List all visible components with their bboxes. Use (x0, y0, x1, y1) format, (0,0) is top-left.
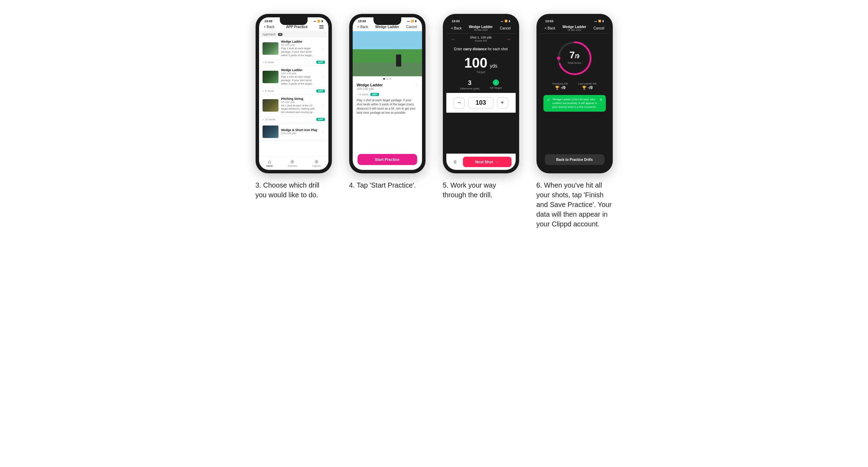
phone6-nav-subtitle: 06 Mar 2023 (562, 29, 586, 31)
phone3-back-button[interactable]: < Back (264, 25, 275, 29)
section-header-label: Approach (263, 33, 276, 36)
phone5-time: 13:03 (452, 19, 460, 23)
drill-star-2[interactable]: ☆ (322, 75, 325, 79)
previous-pb: Previous PB 🏆 -/9 (552, 82, 568, 90)
phone4-cancel-button[interactable]: Cancel (406, 25, 417, 29)
drill-badge-1: APP (316, 61, 325, 64)
hit-target-circle: ✓ (493, 79, 499, 86)
previous-pb-value: 🏆 -/9 (552, 85, 568, 90)
hamburger-icon[interactable] (319, 25, 324, 28)
increment-button[interactable]: + (497, 97, 508, 109)
drill-thumb-3 (263, 99, 278, 112)
phone5-back-button[interactable]: < Back (451, 26, 462, 30)
phone6-status-icons: ▪▪▪ 🛜 ▮ (594, 20, 603, 23)
trophy-icon-2: 🏆 (582, 86, 587, 90)
drill-info-2: Wedge Ladder 100-140 yds Play 1 shot at … (281, 68, 319, 85)
phone4-frame: 13:02 ▪▪▪ 🛜 ▮ < Back Wedge Ladder Cancel (349, 14, 426, 173)
drill-shots-1: ○ 9 shots (263, 61, 274, 64)
drill-desc-1: Play 1 shot at each target yardage. If y… (281, 47, 319, 57)
phone3-caption: 3. Choose which drill you would like to … (256, 180, 332, 200)
stat-difference: 3 Difference (yds) (460, 79, 479, 90)
drill-item-4[interactable]: Wedge & Short Iron Play 100-140 yds ☆ (259, 123, 328, 141)
phone6-time: 13:03 (545, 19, 553, 23)
signal-icon-6: ▪▪▪ (594, 20, 597, 23)
phone6-cancel-button[interactable]: Cancel (593, 26, 604, 30)
phone5-nav-subtitle: 06 Mar 2023 (469, 29, 493, 31)
wifi-icon-5: 🛜 (505, 20, 508, 23)
shot-input-value[interactable]: 103 (468, 97, 493, 109)
image-dots (353, 76, 422, 81)
capture-icon: ⊕ (315, 159, 319, 164)
phone5-frame: 13:03 ▪▪▪ 🛜 ▮ < Back Wedge Ladder 06 Mar… (443, 14, 519, 173)
target-unit: yds (490, 63, 497, 69)
drill-thumb-2 (263, 71, 278, 83)
drill-star-3[interactable]: ☆ (322, 104, 325, 107)
phone6-back-button[interactable]: < Back (545, 26, 556, 30)
phone4-detail-meta: ○ 9 shots APP (353, 92, 422, 97)
wifi-icon-6: 🛜 (598, 20, 601, 23)
shot-label: Shot 1, 100 yds (470, 36, 492, 39)
next-shot-arrow[interactable]: → (506, 36, 510, 42)
clock-icon-3: ○ (263, 118, 264, 121)
detail-star[interactable]: ☆ (415, 83, 418, 87)
drill-desc-3: Hit 1 shot at each of the 10 target dist… (281, 104, 319, 114)
score-circle-container: 7 /9 Total Score (540, 34, 609, 80)
score-text: 7 /9 Total Score (567, 50, 581, 64)
phone4-caption: 4. Tap 'Start Practice'. (349, 180, 426, 190)
drill-shots-3: ○ 10 shots (263, 118, 276, 121)
start-practice-button[interactable]: Start Practice (358, 154, 417, 165)
back-to-drills-button[interactable]: Back to Practice Drills (545, 154, 604, 165)
phone3-status-icons: ▪▪▪ 🛜 ▮ (313, 20, 323, 23)
phone4-back-button[interactable]: < Back (358, 25, 368, 29)
phone4-notch (373, 17, 401, 25)
success-close-button[interactable]: × (600, 97, 602, 102)
phone6-caption: 6. When you've hit all your shots, tap '… (536, 180, 613, 229)
drill-star-4[interactable]: ☆ (322, 130, 325, 133)
detail-drill-range: 100-140 yds (357, 87, 383, 90)
delete-shot-button[interactable]: 🗑 (450, 157, 460, 167)
drill-star-1[interactable]: ☆ (322, 46, 325, 50)
phone3-section-header: Approach 7 (259, 31, 328, 37)
drill-item-1[interactable]: Wedge Ladder 50-100 yds Play 1 shot at e… (259, 37, 328, 66)
capture-label: Capture (312, 165, 321, 167)
stat-difference-label: Difference (yds) (460, 87, 479, 90)
carry-prompt: Enter carry distance for each shot (446, 44, 516, 52)
last-month-pb: Last month PB 🏆 -/9 (578, 82, 596, 90)
bottom-nav-activities[interactable]: ⊕ Activities (288, 159, 298, 167)
battery-icon: ▮ (321, 20, 323, 23)
phone6-nav-bar: < Back Wedge Ladder 06 Mar 2023 Cancel (540, 24, 609, 34)
target-label: Target (446, 70, 516, 74)
prev-shot-arrow[interactable]: ← (451, 36, 456, 42)
input-row: − 103 + (446, 93, 516, 113)
section-count-badge: 7 (278, 33, 283, 36)
drill-name-3: Pitching String (281, 97, 319, 101)
previous-pb-label: Previous PB (552, 82, 568, 85)
drill-info-4: Wedge & Short Iron Play 100-140 yds (281, 128, 319, 135)
stats-row: 3 Difference (yds) ✓ Hit Target (446, 76, 516, 93)
phone5-screen: 13:03 ▪▪▪ 🛜 ▮ < Back Wedge Ladder 06 Mar… (446, 17, 516, 170)
clock-icon-2: ○ (263, 89, 264, 93)
shot-bottom: 🗑 Next Shot → (446, 154, 516, 170)
bottom-nav-capture[interactable]: ⊕ Capture (312, 159, 321, 167)
shot-score: Score 5/9 (470, 39, 492, 42)
phone5-column: 13:03 ▪▪▪ 🛜 ▮ < Back Wedge Ladder 06 Mar… (439, 14, 523, 200)
drill-item-2[interactable]: Wedge Ladder 100-140 yds Play 1 shot at … (259, 66, 328, 94)
total-score-label: Total Score (567, 61, 581, 64)
decrement-button[interactable]: − (454, 97, 465, 109)
phone4-screen: 13:02 ▪▪▪ 🛜 ▮ < Back Wedge Ladder Cancel (353, 17, 422, 170)
activities-icon: ⊕ (290, 159, 294, 164)
drill-info-3: Pitching String 55-100 yds Hit 1 shot at… (281, 97, 319, 114)
phone3-column: 13:02 ▪▪▪ 🛜 ▮ < Back APP Practice Approa (252, 14, 335, 200)
next-arrow-icon: → (495, 160, 499, 164)
target-display: 100 yds Target (446, 52, 516, 76)
phone5-cancel-button[interactable]: Cancel (500, 26, 510, 30)
drill-badge-2: APP (316, 89, 325, 93)
last-month-pb-value: 🏆 -/9 (578, 85, 596, 90)
drill-item-3[interactable]: Pitching String 55-100 yds Hit 1 shot at… (259, 95, 328, 123)
phone6-column: 13:03 ▪▪▪ 🛜 ▮ < Back Wedge Ladder 06 Mar… (533, 14, 616, 229)
phone4-nav-title: Wedge Ladder (375, 25, 399, 29)
detail-header: Wedge Ladder 100-140 yds ☆ (357, 83, 418, 90)
next-shot-button[interactable]: Next Shot → (463, 157, 512, 167)
bottom-nav-home[interactable]: ⌂ Home (266, 159, 273, 167)
target-yds-row: 100 yds (446, 56, 516, 70)
